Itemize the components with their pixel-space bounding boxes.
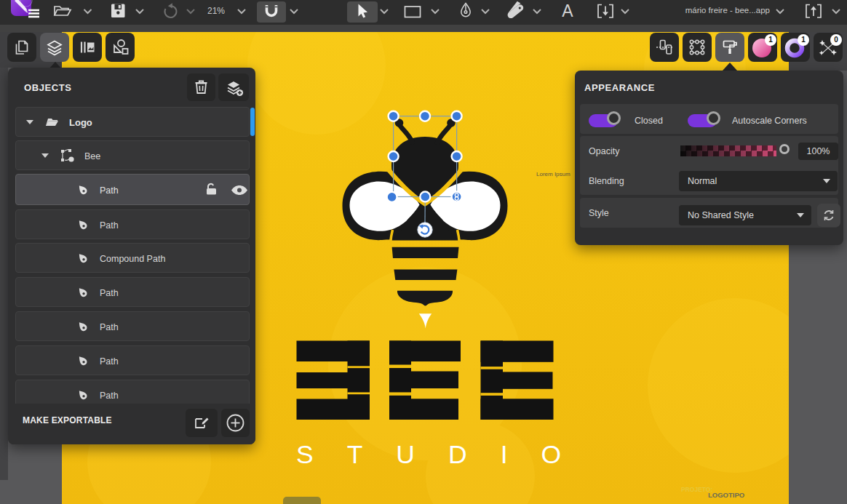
svg-text:Logo: Logo	[69, 117, 92, 128]
svg-text:mário freire - bee...app: mário freire - bee...app	[685, 6, 770, 15]
svg-text:Path: Path	[100, 288, 119, 298]
svg-text:STUDIO: STUDIO	[296, 440, 595, 469]
svg-text:21%: 21%	[207, 6, 225, 16]
svg-text:Compound Path: Compound Path	[100, 254, 165, 264]
svg-text:Path: Path	[100, 356, 119, 367]
svg-text:LOGOTIPO: LOGOTIPO	[708, 491, 744, 499]
svg-text:Path: Path	[100, 322, 119, 332]
svg-text:Path: Path	[100, 220, 119, 231]
svg-text:Path: Path	[100, 391, 119, 401]
svg-text:A: A	[562, 1, 573, 20]
svg-text:Bee: Bee	[84, 151, 100, 161]
svg-text:Path: Path	[100, 185, 119, 196]
svg-text:Lorem Ipsum: Lorem Ipsum	[536, 171, 570, 177]
